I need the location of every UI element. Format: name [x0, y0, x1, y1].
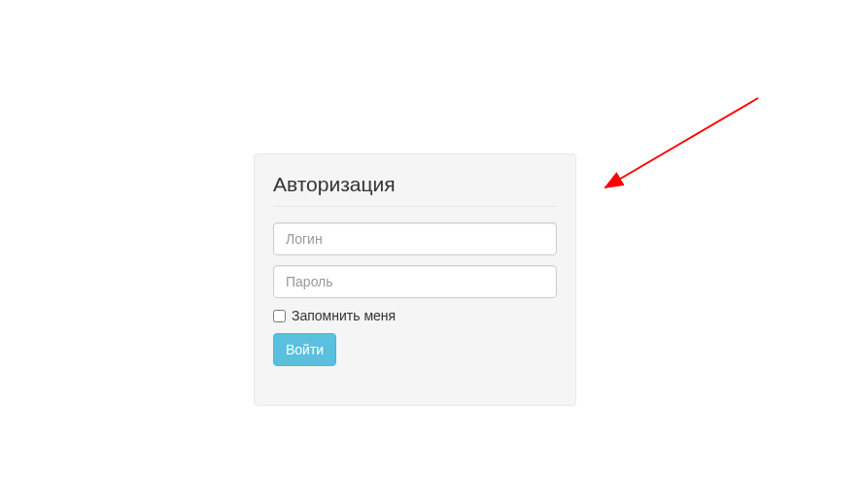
panel-title: Авторизация — [273, 173, 557, 207]
remember-label[interactable]: Запомнить меня — [292, 308, 396, 323]
svg-line-1 — [605, 98, 758, 187]
arrow-annotation-icon — [598, 92, 773, 199]
password-input[interactable] — [273, 265, 557, 298]
login-button[interactable]: Войти — [273, 333, 336, 366]
username-input[interactable] — [273, 222, 557, 255]
login-panel: Авторизация Запомнить меня Войти — [254, 153, 576, 406]
remember-row: Запомнить меня — [273, 308, 557, 323]
remember-checkbox[interactable] — [273, 310, 286, 322]
